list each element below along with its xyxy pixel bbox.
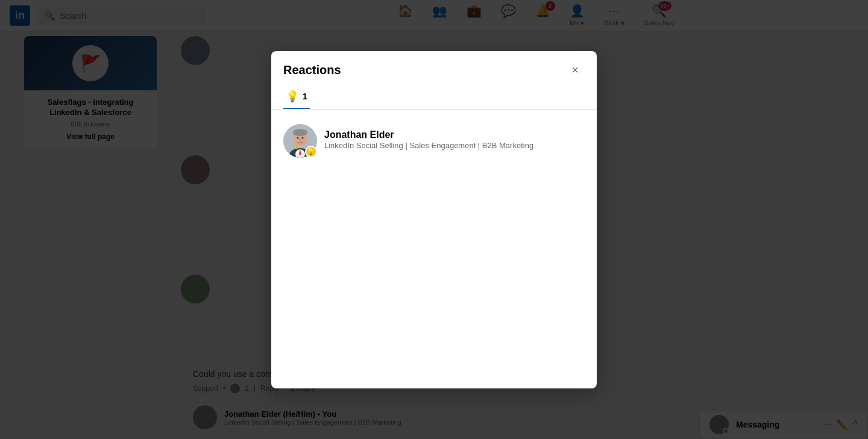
modal-title: Reactions [283, 63, 341, 77]
reaction-user-headline: LinkedIn Social Selling | Sales Engageme… [324, 140, 585, 151]
insightful-count: 1 [303, 92, 307, 101]
modal-overlay[interactable]: Reactions × 💡 1 [0, 0, 868, 439]
reaction-info: Jonathan Elder LinkedIn Social Selling |… [324, 129, 585, 151]
svg-point-8 [300, 139, 301, 142]
svg-point-5 [293, 129, 307, 136]
reaction-list: 📍 💡 Jonathan Elder LinkedIn Social Selli… [271, 110, 597, 172]
reaction-avatar-wrapper: 📍 💡 [283, 124, 317, 158]
modal-header: Reactions × [271, 51, 597, 80]
svg-point-7 [302, 137, 304, 139]
reaction-type-badge: 💡 [305, 146, 317, 158]
insightful-emoji: 💡 [286, 90, 299, 103]
reactions-modal: Reactions × 💡 1 [271, 51, 597, 388]
svg-text:📍: 📍 [295, 146, 298, 149]
modal-close-button[interactable]: × [565, 61, 585, 80]
reaction-item: 📍 💡 Jonathan Elder LinkedIn Social Selli… [283, 119, 585, 163]
modal-tabs: 💡 1 [271, 80, 597, 110]
svg-point-6 [297, 137, 299, 139]
reaction-user-name[interactable]: Jonathan Elder [324, 129, 585, 140]
tab-insightful[interactable]: 💡 1 [283, 85, 310, 109]
